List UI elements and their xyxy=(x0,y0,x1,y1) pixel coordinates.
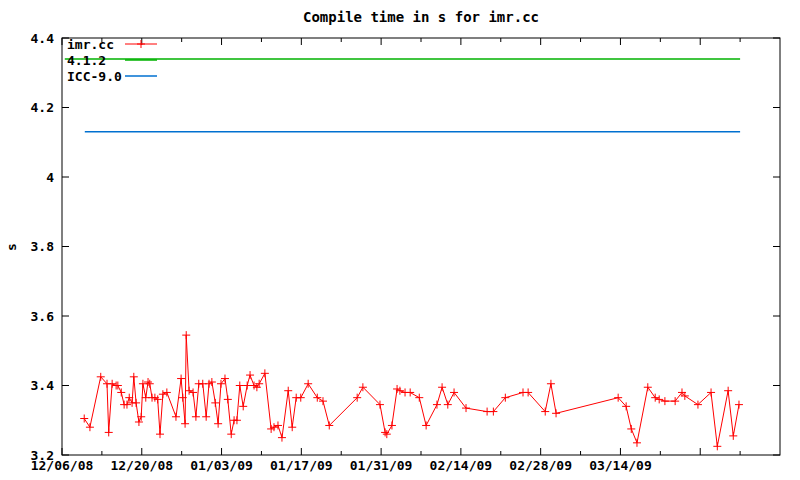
y-tick-label: 3.8 xyxy=(31,239,55,254)
y-tick-label: 3.4 xyxy=(31,378,55,393)
x-tick-label: 01/31/09 xyxy=(350,458,413,473)
y-tick-label: 4.4 xyxy=(31,31,55,46)
y-tick-label: 4 xyxy=(46,170,54,185)
x-tick-label: 02/28/09 xyxy=(509,458,572,473)
y-tick-label: 3.2 xyxy=(31,448,54,463)
legend-marker-imr.cc xyxy=(137,40,145,48)
series-line-imr.cc xyxy=(84,335,739,446)
x-tick-label: 01/03/09 xyxy=(190,458,253,473)
legend-label-imr.cc: imr.cc xyxy=(67,37,114,52)
x-tick-label: 03/14/09 xyxy=(589,458,652,473)
x-tick-label: 02/14/09 xyxy=(430,458,493,473)
y-tick-label: 4.2 xyxy=(31,100,54,115)
legend-label-4.1.2: 4.1.2 xyxy=(67,53,106,68)
x-tick-label: 01/17/09 xyxy=(270,458,333,473)
legend-label-ICC-9.0: ICC-9.0 xyxy=(67,69,122,84)
chart-canvas: 12/06/0812/20/0801/03/0901/17/0901/31/09… xyxy=(0,0,800,480)
x-tick-label: 12/20/08 xyxy=(110,458,173,473)
gnuplot-chart-screenshot: Compile time in s for imr.cc s 12/06/081… xyxy=(0,0,800,480)
y-tick-label: 3.6 xyxy=(31,309,55,324)
